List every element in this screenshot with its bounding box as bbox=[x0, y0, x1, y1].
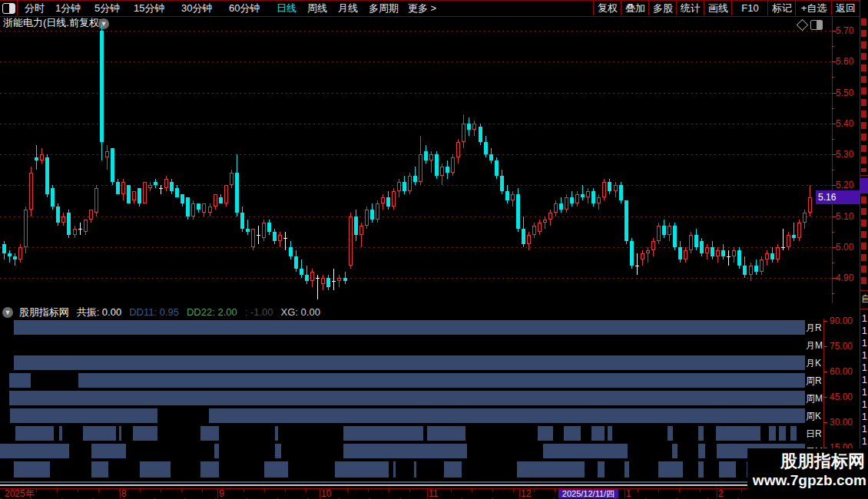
candle-body bbox=[732, 250, 736, 256]
indicator-bar-segment bbox=[140, 461, 171, 478]
indicator-axis-label: 30.00 bbox=[830, 417, 853, 428]
candle-body bbox=[408, 176, 412, 191]
candlestick-chart[interactable] bbox=[0, 17, 832, 303]
candle-body bbox=[538, 223, 542, 232]
candle-body bbox=[310, 272, 314, 281]
tab-period-2[interactable]: 5分钟 bbox=[94, 1, 120, 15]
tab-period-9[interactable]: 多周期 bbox=[369, 1, 399, 15]
date-minor-tick bbox=[140, 489, 141, 492]
candle-body bbox=[630, 241, 634, 266]
tab-period-4[interactable]: 30分钟 bbox=[181, 1, 212, 15]
toolbar-button-画线[interactable]: 画线 bbox=[704, 1, 732, 15]
indicator-bar-segment bbox=[275, 444, 281, 458]
candle-wick bbox=[793, 223, 794, 241]
candle-body bbox=[716, 250, 720, 256]
candle-body bbox=[803, 213, 807, 223]
candle-body bbox=[73, 229, 77, 235]
indicator-bar-segment bbox=[668, 426, 673, 441]
toolbar-button-标记[interactable]: 标记 bbox=[767, 1, 796, 15]
indicator-bar-segment bbox=[608, 426, 612, 441]
clipped-red-text bbox=[861, 197, 866, 289]
candle-body bbox=[429, 154, 433, 160]
toolbar-button-F10[interactable]: F10 bbox=[731, 1, 768, 15]
date-minor-tick bbox=[741, 489, 742, 492]
current-price-badge: 5.16 bbox=[816, 190, 861, 204]
date-major-tick bbox=[427, 489, 428, 498]
date-minor-tick bbox=[555, 489, 555, 492]
candle-body bbox=[321, 278, 325, 284]
candle-body bbox=[543, 220, 547, 223]
toolbar-button-叠加[interactable]: 叠加 bbox=[621, 1, 649, 15]
tab-period-8[interactable]: 月线 bbox=[338, 1, 358, 15]
price-tick-label: 5.20 bbox=[836, 180, 862, 190]
candle-body bbox=[575, 194, 579, 203]
date-minor-tick bbox=[409, 489, 410, 492]
indicator-row-label: 周M bbox=[806, 392, 829, 405]
split-window-icon[interactable] bbox=[810, 20, 823, 30]
candle-body bbox=[251, 229, 255, 247]
date-minor-tick bbox=[161, 489, 161, 492]
indicator-bar-segment bbox=[91, 444, 126, 458]
candle-body bbox=[765, 253, 769, 259]
candle-body bbox=[61, 216, 65, 223]
price-tick-label: 4.90 bbox=[836, 273, 862, 283]
tab-period-1[interactable]: 1分钟 bbox=[55, 1, 81, 15]
scrollbar-thumb[interactable] bbox=[0, 484, 859, 486]
date-minor-tick bbox=[658, 489, 659, 492]
scrollbar-track[interactable] bbox=[0, 481, 859, 483]
tab-period-10[interactable]: 更多 > bbox=[408, 1, 436, 15]
gridline bbox=[0, 124, 832, 124]
candle-wick bbox=[285, 232, 286, 250]
date-minor-tick bbox=[181, 489, 182, 492]
candle-body bbox=[127, 185, 131, 203]
candle-body bbox=[737, 250, 741, 266]
gridline bbox=[0, 278, 832, 279]
candle-body bbox=[770, 253, 774, 259]
indicator-bar-segment bbox=[91, 461, 108, 478]
current-date-badge: 2025/12/11/四 bbox=[558, 489, 618, 498]
toolbar-button-返回[interactable]: 返回 bbox=[831, 1, 860, 15]
date-minor-tick bbox=[244, 489, 244, 492]
tab-period-3[interactable]: 15分钟 bbox=[134, 1, 164, 15]
price-tick-label: 5.10 bbox=[836, 211, 862, 222]
date-minor-tick bbox=[223, 489, 224, 492]
indicator-row-月K bbox=[0, 355, 805, 370]
tab-period-5[interactable]: 60分钟 bbox=[229, 1, 260, 15]
toolbar-button-统计[interactable]: 统计 bbox=[676, 1, 704, 15]
candle-body bbox=[673, 226, 677, 247]
indicator-bar-segment bbox=[517, 461, 585, 478]
tab-period-0[interactable]: 分时 bbox=[25, 1, 45, 15]
price-tick bbox=[832, 139, 834, 140]
toolbar-button-复权[interactable]: 复权 bbox=[593, 1, 621, 15]
indicator-bar-segment bbox=[779, 426, 786, 441]
tab-period-7[interactable]: 周线 bbox=[307, 1, 327, 15]
clipped-number: 1 bbox=[862, 411, 867, 422]
candle-body bbox=[472, 124, 476, 130]
clipped-number: 1 bbox=[862, 399, 867, 410]
indicator-bar-segment bbox=[564, 426, 581, 441]
price-tick bbox=[832, 185, 837, 186]
gridline bbox=[0, 61, 832, 62]
indicator-header-part-5: XG: 0.00 bbox=[281, 306, 320, 318]
gridline bbox=[0, 31, 832, 31]
panel-toggle-icon[interactable] bbox=[2, 3, 15, 14]
candle-body bbox=[283, 238, 287, 239]
toolbar-button-多股[interactable]: 多股 bbox=[648, 1, 677, 15]
indicator-bar-segment bbox=[264, 461, 288, 478]
price-tick bbox=[832, 263, 834, 263]
candle-body bbox=[143, 182, 147, 203]
candle-body bbox=[581, 194, 585, 197]
indicator-bar-segment bbox=[716, 426, 760, 441]
candle-body bbox=[711, 247, 714, 256]
candle-body bbox=[24, 210, 28, 247]
candle-body bbox=[137, 188, 141, 203]
candle-body bbox=[614, 185, 618, 191]
indicator-bar-segment bbox=[343, 426, 423, 441]
date-minor-tick bbox=[285, 489, 286, 492]
candle-body bbox=[67, 213, 71, 235]
toolbar-button-+自选[interactable]: +自选 bbox=[795, 1, 832, 15]
tab-period-6[interactable]: 日线 bbox=[277, 1, 297, 15]
candle-body bbox=[84, 220, 88, 232]
trading-app-window: 分时1分钟5分钟15分钟30分钟60分钟日线周线月线多周期更多 > 返回+自选标… bbox=[0, 0, 868, 499]
collapse-indicator-icon[interactable]: ▼ bbox=[2, 307, 13, 318]
